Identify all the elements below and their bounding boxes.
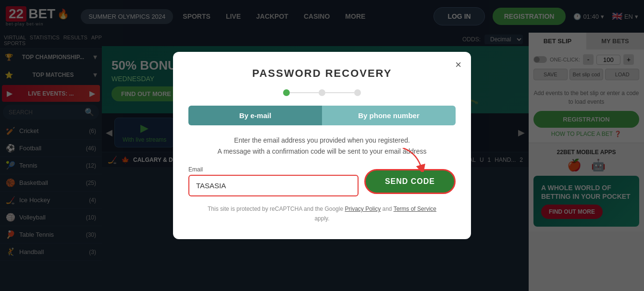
arrow-annotation bbox=[398, 148, 427, 172]
progress-line-2 bbox=[325, 92, 354, 93]
recovery-method-tabs: By e-mail By phone number bbox=[188, 106, 456, 125]
email-field-wrap: Email bbox=[188, 166, 359, 196]
email-form-row: Email SEND CODE bbox=[188, 166, 456, 196]
send-code-wrap: SEND CODE bbox=[364, 169, 456, 194]
recaptcha-apply: apply. bbox=[314, 215, 329, 222]
recaptcha-notice: This site is protected by reCAPTCHA and … bbox=[188, 204, 456, 224]
progress-dot-1 bbox=[283, 89, 290, 96]
privacy-policy-link[interactable]: Privacy Policy bbox=[345, 206, 381, 212]
recaptcha-and: and bbox=[383, 206, 392, 212]
tab-by-email[interactable]: By e-mail bbox=[188, 106, 322, 125]
progress-dot-2 bbox=[319, 89, 325, 96]
progress-dots bbox=[188, 89, 456, 96]
email-label: Email bbox=[188, 166, 359, 173]
tab-by-phone[interactable]: By phone number bbox=[322, 106, 456, 125]
terms-link[interactable]: Terms of Service bbox=[394, 206, 436, 212]
modal-title: PASSWORD RECOVERY bbox=[188, 67, 456, 80]
recaptcha-text-before: This site is protected by reCAPTCHA and … bbox=[208, 206, 343, 212]
email-input[interactable] bbox=[188, 175, 359, 196]
modal-overlay[interactable]: × PASSWORD RECOVERY By e-mail By phone n… bbox=[0, 0, 644, 291]
send-code-button[interactable]: SEND CODE bbox=[364, 169, 456, 194]
recovery-desc-line1: Enter the email address you provided whe… bbox=[188, 135, 456, 146]
progress-line-1 bbox=[290, 92, 319, 93]
modal-close-button[interactable]: × bbox=[455, 60, 461, 70]
password-recovery-modal: × PASSWORD RECOVERY By e-mail By phone n… bbox=[173, 52, 471, 239]
progress-dot-3 bbox=[354, 89, 361, 96]
